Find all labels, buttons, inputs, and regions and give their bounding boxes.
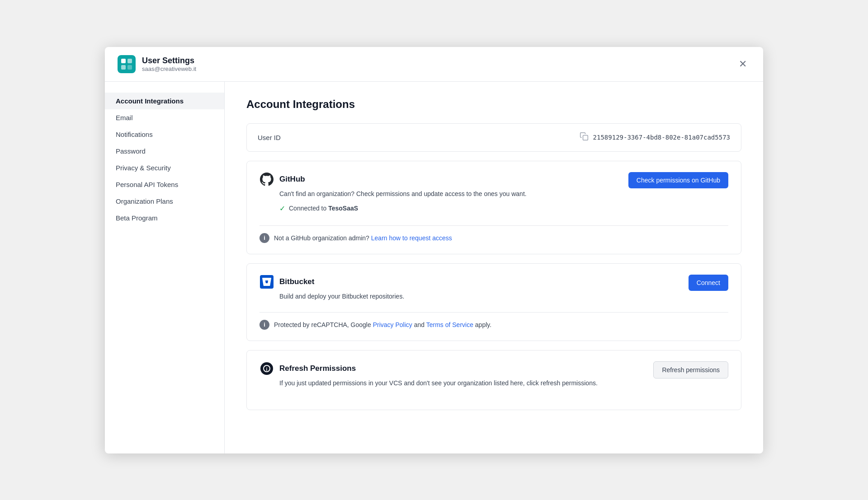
svg-rect-1	[127, 59, 132, 63]
sidebar-item-email[interactable]: Email	[105, 109, 224, 126]
modal-title: User Settings	[142, 56, 196, 65]
github-learn-link[interactable]: Learn how to request access	[371, 234, 452, 242]
refresh-permissions-card: i Refresh Permissions If you just update…	[246, 350, 741, 410]
bitbucket-tos-link[interactable]: Terms of Service	[426, 321, 473, 328]
header-left: User Settings saas@creativeweb.it	[118, 55, 196, 73]
page-title: Account Integrations	[246, 98, 741, 111]
bitbucket-card: Bitbucket Build and deploy your Bitbucke…	[246, 263, 741, 341]
app-logo	[118, 55, 136, 73]
bitbucket-icon	[259, 275, 274, 289]
sidebar-item-account-integrations[interactable]: Account Integrations	[105, 93, 224, 109]
github-card: GitHub Can't find an organization? Check…	[246, 161, 741, 254]
refresh-permissions-icon: i	[259, 361, 274, 376]
github-divider	[259, 225, 728, 226]
svg-rect-0	[121, 59, 126, 63]
github-left: GitHub Can't find an organization? Check…	[259, 172, 628, 220]
main-content: Account Integrations User ID 21589129-33…	[225, 82, 763, 453]
refresh-permissions-left: i Refresh Permissions If you just update…	[259, 361, 653, 393]
close-button[interactable]: ✕	[735, 56, 750, 72]
github-info-row: i Not a GitHub organization admin? Learn…	[259, 233, 728, 243]
sidebar-item-beta-program[interactable]: Beta Program	[105, 210, 224, 226]
svg-rect-3	[127, 65, 132, 70]
github-info-text: Not a GitHub organization admin? Learn h…	[274, 234, 452, 242]
title-group: User Settings saas@creativeweb.it	[142, 56, 196, 72]
sidebar-item-password[interactable]: Password	[105, 143, 224, 159]
refresh-permissions-name: Refresh Permissions	[279, 364, 356, 373]
github-check-permissions-button[interactable]: Check permissions on GitHub	[628, 172, 728, 188]
github-name: GitHub	[279, 175, 305, 184]
bitbucket-divider	[259, 312, 728, 313]
bitbucket-privacy-link[interactable]: Privacy Policy	[373, 321, 412, 328]
bitbucket-connect-button[interactable]: Connect	[689, 275, 728, 291]
svg-text:i: i	[266, 366, 268, 371]
bitbucket-description: Build and deploy your Bitbucket reposito…	[279, 292, 689, 301]
svg-rect-2	[121, 65, 126, 70]
modal: User Settings saas@creativeweb.it ✕ Acco…	[105, 47, 763, 453]
sidebar-item-organization-plans[interactable]: Organization Plans	[105, 193, 224, 210]
user-id-right: 21589129-3367-4bd8-802e-81a07cad5573	[580, 132, 730, 143]
github-icon	[259, 172, 274, 187]
sidebar: Account Integrations Email Notifications…	[105, 82, 225, 453]
refresh-permissions-header: i Refresh Permissions If you just update…	[259, 361, 728, 393]
modal-header: User Settings saas@creativeweb.it ✕	[105, 47, 763, 82]
bitbucket-title-row: Bitbucket	[259, 275, 689, 289]
user-id-card: User ID 21589129-3367-4bd8-802e-81a07cad…	[246, 123, 741, 152]
bitbucket-info-text: Protected by reCAPTCHA, Google Privacy P…	[274, 321, 491, 328]
github-connected-row: ✓ Connected to TesoSaaS	[279, 204, 628, 213]
modal-subtitle: saas@creativeweb.it	[142, 65, 196, 72]
modal-body: Account Integrations Email Notifications…	[105, 82, 763, 453]
refresh-permissions-title-row: i Refresh Permissions	[259, 361, 653, 376]
github-connected-text: Connected to TesoSaaS	[289, 205, 358, 212]
check-icon: ✓	[279, 204, 285, 213]
sidebar-item-privacy-security[interactable]: Privacy & Security	[105, 159, 224, 176]
refresh-permissions-description: If you just updated permissions in your …	[279, 379, 653, 388]
github-info-icon: i	[259, 233, 269, 243]
bitbucket-info-icon: i	[259, 320, 269, 330]
bitbucket-name: Bitbucket	[279, 277, 314, 286]
user-id-value: 21589129-3367-4bd8-802e-81a07cad5573	[593, 134, 730, 141]
user-id-label: User ID	[258, 134, 281, 141]
svg-rect-4	[583, 135, 588, 140]
sidebar-item-notifications[interactable]: Notifications	[105, 126, 224, 143]
github-title-row: GitHub	[259, 172, 628, 187]
github-description: Can't find an organization? Check permis…	[279, 189, 628, 199]
github-org-name: TesoSaaS	[328, 205, 358, 212]
github-header: GitHub Can't find an organization? Check…	[259, 172, 728, 220]
copy-icon[interactable]	[580, 132, 589, 143]
bitbucket-left: Bitbucket Build and deploy your Bitbucke…	[259, 275, 689, 307]
bitbucket-header: Bitbucket Build and deploy your Bitbucke…	[259, 275, 728, 307]
refresh-permissions-button[interactable]: Refresh permissions	[653, 361, 728, 379]
bitbucket-info-row: i Protected by reCAPTCHA, Google Privacy…	[259, 320, 728, 330]
sidebar-item-personal-api-tokens[interactable]: Personal API Tokens	[105, 176, 224, 193]
